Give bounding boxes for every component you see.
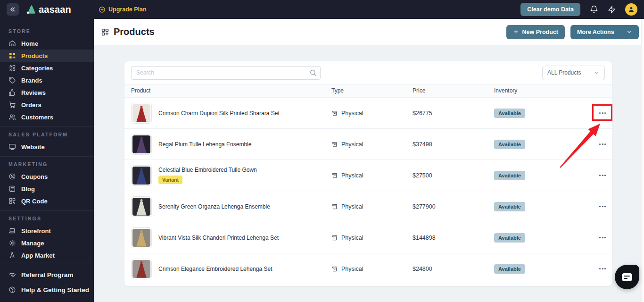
sidebar-item-label: Website <box>21 143 45 151</box>
row-actions-menu-button[interactable] <box>596 264 609 273</box>
sidebar-section-store: STORE <box>0 24 94 37</box>
sidebar-item-blog[interactable]: Blog <box>0 183 94 195</box>
compass-tool-icon <box>8 252 16 259</box>
sidebar-item-products[interactable]: Products <box>0 50 94 62</box>
sidebar-item-orders[interactable]: Orders <box>0 99 94 111</box>
product-thumbnail <box>131 103 152 124</box>
notifications-button[interactable] <box>590 5 598 14</box>
chat-widget-button[interactable] <box>615 265 639 289</box>
product-price: $27500 <box>413 172 494 179</box>
sidebar-item-label: Coupons <box>21 173 48 180</box>
new-product-button[interactable]: New Product <box>506 25 565 39</box>
product-filter-value: ALL Products <box>547 69 581 76</box>
table-toolbar: ALL Products <box>124 61 612 84</box>
row-actions-menu-button[interactable] <box>596 109 609 117</box>
sidebar-item-reviews[interactable]: Reviews <box>0 86 94 99</box>
product-filter-dropdown[interactable]: ALL Products <box>542 66 605 80</box>
sidebar-item-label: Brands <box>21 77 42 84</box>
inventory-status-badge: Available <box>494 140 525 149</box>
users-icon <box>8 113 16 121</box>
physical-product-icon <box>331 235 338 241</box>
upgrade-plan-button[interactable]: Upgrade Plan <box>99 6 147 13</box>
product-price: $144898 <box>413 235 494 241</box>
product-thumbnail <box>131 259 152 279</box>
double-chevron-left-icon <box>9 6 16 13</box>
sidebar-item-label: Blog <box>21 185 35 193</box>
more-actions-label: More Actions <box>577 29 614 35</box>
sidebar-item-referral-program[interactable]: Referral Program <box>0 267 94 282</box>
variant-badge: Variant <box>158 176 182 184</box>
product-price: $26775 <box>413 110 494 117</box>
sidebar-item-label: App Market <box>21 252 55 259</box>
home-icon <box>8 40 16 47</box>
product-thumbnail <box>131 134 152 155</box>
inventory-status-badge: Available <box>494 202 525 211</box>
sidebar-item-label: Categories <box>21 65 53 72</box>
product-thumbnail <box>131 227 152 248</box>
user-avatar[interactable] <box>625 3 637 16</box>
tag-icon <box>8 76 16 84</box>
inventory-status-badge: Available <box>494 264 525 274</box>
physical-product-icon <box>331 172 338 179</box>
sidebar-item-qr-code[interactable]: QR Code <box>0 195 94 207</box>
brand-logo[interactable]: aasaan <box>25 4 71 15</box>
collapse-sidebar-button[interactable] <box>7 3 19 16</box>
table-row[interactable]: Regal Plum Tulle Lehenga Ensemble Physic… <box>124 128 612 159</box>
column-header-inventory: Inventory <box>494 87 593 94</box>
sidebar-item-label: Help & Getting Started <box>21 286 89 294</box>
physical-product-icon <box>331 203 338 210</box>
sidebar-item-customers[interactable]: Customers <box>0 111 94 123</box>
bell-icon <box>590 5 598 14</box>
sidebar-item-help[interactable]: Help & Getting Started <box>0 282 94 297</box>
storefront-laptop-icon <box>8 227 16 235</box>
table-row[interactable]: Crimson Charm Dupion Silk Printed Sharar… <box>124 97 612 128</box>
sidebar-item-label: QR Code <box>21 198 48 205</box>
plus-icon <box>513 29 519 35</box>
sidebar-item-coupons[interactable]: Coupons <box>0 170 94 183</box>
sidebar-item-brands[interactable]: Brands <box>0 74 94 86</box>
product-price: $24800 <box>413 266 494 272</box>
shopping-cart-icon <box>8 101 16 109</box>
sidebar: STORE Home Products Categories Brands Re… <box>0 19 94 302</box>
qr-code-icon <box>8 197 16 205</box>
product-name: Vibrant Vista Silk Chanderi Printed Lehe… <box>158 235 279 241</box>
sidebar-item-manage[interactable]: Manage <box>0 237 94 249</box>
column-header-product: Product <box>131 87 331 94</box>
app-window: aasaan Upgrade Plan Clear demo Data STOR… <box>0 0 644 302</box>
sidebar-item-storefront[interactable]: Storefront <box>0 225 94 237</box>
clear-demo-data-button[interactable]: Clear demo Data <box>520 3 580 16</box>
question-circle-icon <box>8 286 16 294</box>
product-price: $277900 <box>413 203 494 210</box>
row-actions-menu-button[interactable] <box>596 140 609 149</box>
more-actions-button[interactable]: More Actions <box>570 25 639 39</box>
search-input[interactable] <box>131 66 321 80</box>
handshake-icon <box>8 271 16 278</box>
quick-actions-button[interactable] <box>608 6 616 14</box>
row-actions-menu-button[interactable] <box>596 171 609 180</box>
table-row[interactable]: Vibrant Vista Silk Chanderi Printed Lehe… <box>124 222 612 253</box>
categories-icon <box>8 64 16 72</box>
lightning-bolt-icon <box>608 6 616 14</box>
sidebar-item-label: Customers <box>21 114 53 121</box>
inventory-status-badge: Available <box>494 109 525 118</box>
sidebar-item-categories[interactable]: Categories <box>0 62 94 74</box>
main-area: Products New Product More Actions <box>94 19 644 302</box>
row-actions-menu-button[interactable] <box>596 202 609 211</box>
sidebar-item-label: Storefront <box>21 227 51 235</box>
products-table-card: ALL Products Product Type Price Inventor… <box>124 61 612 286</box>
sidebar-item-label: Home <box>21 40 38 47</box>
sidebar-item-website[interactable]: Website <box>0 141 94 153</box>
table-row[interactable]: Crimson Elegance Embroidered Lehenga Set… <box>124 253 612 284</box>
physical-product-icon <box>331 266 338 272</box>
product-thumbnail <box>131 165 152 186</box>
sidebar-item-app-market[interactable]: App Market <box>0 249 94 261</box>
page-scrollbar[interactable] <box>641 19 644 302</box>
sidebar-item-home[interactable]: Home <box>0 37 94 50</box>
gear-icon <box>8 239 16 247</box>
sidebar-item-label: Products <box>21 52 48 59</box>
table-row[interactable]: Celestial Blue Embroidered Tulle Gown Va… <box>124 159 612 191</box>
table-row[interactable]: Serenity Green Organza Lehenga Ensemble … <box>124 191 612 222</box>
new-product-label: New Product <box>522 29 558 35</box>
sidebar-item-label: Referral Program <box>21 271 73 278</box>
row-actions-menu-button[interactable] <box>596 233 609 242</box>
